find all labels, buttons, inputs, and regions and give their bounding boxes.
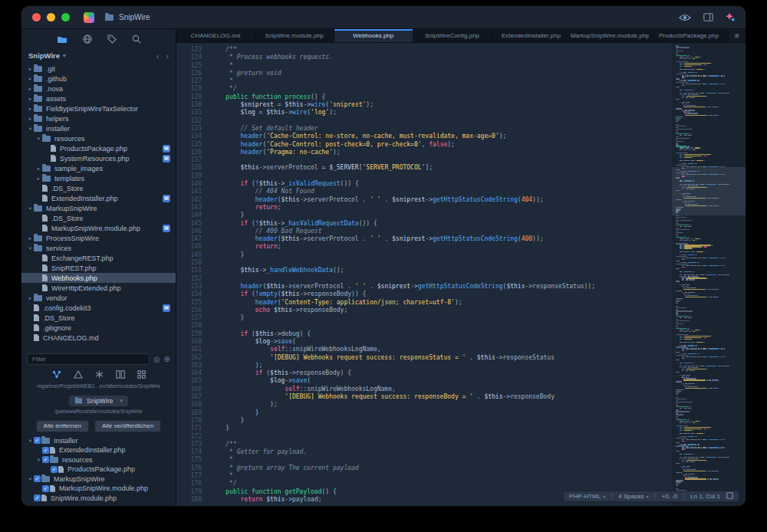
search-icon[interactable] <box>132 34 141 44</box>
tree-item-ProcessSnipWire[interactable]: ▸ProcessSnipWire <box>21 233 176 243</box>
tree-item-ExchangeREST.php[interactable]: ExchangeREST.php <box>21 253 176 263</box>
checkbox-checked[interactable]: ✓ <box>34 437 41 444</box>
disclosure-closed-icon[interactable]: ▸ <box>35 166 42 172</box>
status-panel-icon[interactable] <box>726 492 733 501</box>
disclosure-closed-icon[interactable]: ▸ <box>27 96 34 102</box>
tree-item-.config.codekit3[interactable]: .config.codekit3M <box>21 303 176 313</box>
tree-item-.nova[interactable]: ▸.nova <box>21 84 176 94</box>
tree-item-label: .github <box>46 75 67 83</box>
tree-item-vendor[interactable]: ▸vendor <box>21 293 176 303</box>
publish-item-SnipWire.module.php[interactable]: ✓SnipWire.module.php <box>21 494 176 504</box>
grid-icon[interactable] <box>137 368 146 382</box>
disclosure-open-icon[interactable]: ▾ <box>27 205 34 212</box>
publish-item-MarkupSnipWire[interactable]: ▾✓MarkupSnipWire <box>21 475 176 484</box>
tree-item-installer[interactable]: ▾installer <box>21 123 176 133</box>
tree-item-.gitignore[interactable]: .gitignore <box>21 323 176 333</box>
filter-options-icon[interactable]: ◎ <box>153 356 160 363</box>
tab-ProductsPackage.php[interactable]: ProductsPackage.php <box>650 29 729 42</box>
tree-item-CHANGELOG.md[interactable]: CHANGELOG.md <box>21 333 176 343</box>
publish-item-resources[interactable]: ▾✓resources <box>21 455 176 465</box>
file-icon <box>50 485 55 492</box>
disclosure-closed-icon[interactable]: ▸ <box>27 235 34 241</box>
checkbox-checked[interactable]: ✓ <box>42 456 49 463</box>
publish-item-ExtendedInstaller.php[interactable]: ✓ExtendedInstaller.php <box>21 445 176 455</box>
symbols-icon[interactable] <box>95 368 104 382</box>
tree-item-services[interactable]: ▾services <box>21 243 176 253</box>
tree-item-MarkupSnipWire.module.php[interactable]: MarkupSnipWire.module.phpM <box>21 223 176 233</box>
disclosure-closed-icon[interactable]: ▸ <box>27 86 34 92</box>
disclosure-closed-icon[interactable]: ▸ <box>27 106 34 112</box>
publish-item-MarkupSnipWire.module.php[interactable]: ✓MarkupSnipWire.module.php <box>21 484 176 494</box>
close-window-button[interactable] <box>32 13 41 21</box>
publish-nodes-icon[interactable] <box>52 368 61 382</box>
filter-add-icon[interactable]: ⊕ <box>164 356 170 363</box>
nav-back-button[interactable]: ‹ <box>156 51 160 61</box>
disclosure-closed-icon[interactable]: ▸ <box>35 176 42 182</box>
tree-item-ExtendedInstaller.php[interactable]: ExtendedInstaller.phpM <box>21 193 176 203</box>
preview-eye-icon[interactable] <box>679 11 691 25</box>
checkbox-checked[interactable]: ✓ <box>34 475 41 482</box>
tree-item-ProductsPackage.php[interactable]: ProductsPackage.phpM <box>21 143 176 153</box>
tab-ExtendedInstaller.php[interactable]: ExtendedInstaller.php <box>492 29 571 42</box>
nav-forward-button[interactable]: › <box>166 51 169 61</box>
language-selector[interactable]: PHP-HTML ▾ <box>569 493 605 500</box>
tree-item-MarkupSnipWire[interactable]: ▾MarkupSnipWire <box>21 203 176 213</box>
tab-MarkupSnipWire.module.php[interactable]: MarkupSnipWire.module.php <box>571 29 650 42</box>
tree-item-label: assets <box>46 95 66 103</box>
minimap[interactable] <box>672 43 746 506</box>
disclosure-open-icon[interactable]: ▾ <box>27 245 34 251</box>
project-header[interactable]: SnipWire ▾ ‹ › <box>21 49 176 62</box>
tree-item-SnipREST.php[interactable]: SnipREST.php <box>21 263 176 273</box>
tree-item-sample_images[interactable]: ▸sample_images <box>21 163 176 173</box>
tree-item-helpers[interactable]: ▸helpers <box>21 113 176 123</box>
disclosure-closed-icon[interactable]: ▸ <box>27 76 34 82</box>
tree-item-.DS_Store[interactable]: .DS_Store <box>21 213 176 223</box>
disclosure-open-icon[interactable]: ▾ <box>35 136 42 142</box>
tree-item-.DS_Store[interactable]: .DS_Store <box>21 313 176 323</box>
tree-item-.git[interactable]: ▸.git <box>21 64 176 74</box>
tab-SnipWire.module.php[interactable]: SnipWire.module.php <box>255 29 334 42</box>
remote-globe-icon[interactable] <box>83 34 92 44</box>
columns-icon[interactable] <box>116 368 125 382</box>
tree-item-.DS_Store[interactable]: .DS_Store <box>21 183 176 193</box>
tree-item-FieldtypeSnipWireTaxSelector[interactable]: ▸FieldtypeSnipWireTaxSelector <box>21 103 176 113</box>
remove-all-button[interactable]: Alle entfernen <box>36 420 89 432</box>
zoom-window-button[interactable] <box>61 13 70 21</box>
checkbox-checked[interactable]: ✓ <box>51 466 58 473</box>
tree-item-WireHttpExtended.php[interactable]: WireHttpExtended.php <box>21 283 176 293</box>
tree-item-assets[interactable]: ▸assets <box>21 94 176 103</box>
checkbox-checked[interactable]: ✓ <box>34 494 41 501</box>
filter-input[interactable] <box>27 353 150 365</box>
disclosure-closed-icon[interactable]: ▸ <box>27 295 34 301</box>
files-icon[interactable] <box>57 35 67 44</box>
publish-item-Installer[interactable]: ▾✓Installer <box>21 436 176 446</box>
disclosure-open-icon[interactable]: ▾ <box>27 126 34 132</box>
publish-item-ProductsPackage.php[interactable]: ✓ProductsPackage.php <box>21 465 176 475</box>
minimize-window-button[interactable] <box>47 13 55 21</box>
indent-selector[interactable]: 4 Spaces ▾ <box>618 493 648 500</box>
clips-tag-icon[interactable] <box>107 34 117 44</box>
tree-item-Webhooks.php[interactable]: Webhooks.php <box>21 273 176 283</box>
tab-SnipWireConfig.php[interactable]: SnipWireConfig.php <box>413 29 492 42</box>
tab-CHANGELOG.md[interactable]: CHANGELOG.md <box>176 29 255 42</box>
disclosure-open-icon[interactable]: ▾ <box>35 457 42 463</box>
panel-toggle-icon[interactable] <box>703 11 713 25</box>
disclosure-open-icon[interactable]: ▾ <box>27 476 34 482</box>
checkbox-checked[interactable]: ✓ <box>42 447 49 454</box>
publish-target-select[interactable]: SnipWire ▾ <box>68 395 129 407</box>
publish-all-button[interactable]: Alle veröffentlichen <box>94 420 161 432</box>
minimap-viewport[interactable] <box>672 167 746 215</box>
disclosure-closed-icon[interactable]: ▸ <box>27 116 34 122</box>
disclosure-open-icon[interactable]: ▾ <box>27 438 34 444</box>
tree-item-resources[interactable]: ▾resources <box>21 133 176 143</box>
tree-item-templates[interactable]: ▸templates <box>21 173 176 183</box>
disclosure-closed-icon[interactable]: ▸ <box>27 66 34 72</box>
checkbox-checked[interactable]: ✓ <box>42 485 49 492</box>
tree-item-SystemResources.php[interactable]: SystemResources.phpM <box>21 153 176 163</box>
tab-list-icon[interactable]: ≡ <box>729 29 746 42</box>
tab-Webhooks.php[interactable]: Webhooks.php <box>334 29 413 42</box>
extensions-icon[interactable] <box>726 11 735 25</box>
code-editor[interactable]: /** * Process webhooks requests. * * @re… <box>207 43 672 506</box>
tree-item-.github[interactable]: ▸.github <box>21 74 176 84</box>
issues-icon[interactable] <box>74 368 83 382</box>
